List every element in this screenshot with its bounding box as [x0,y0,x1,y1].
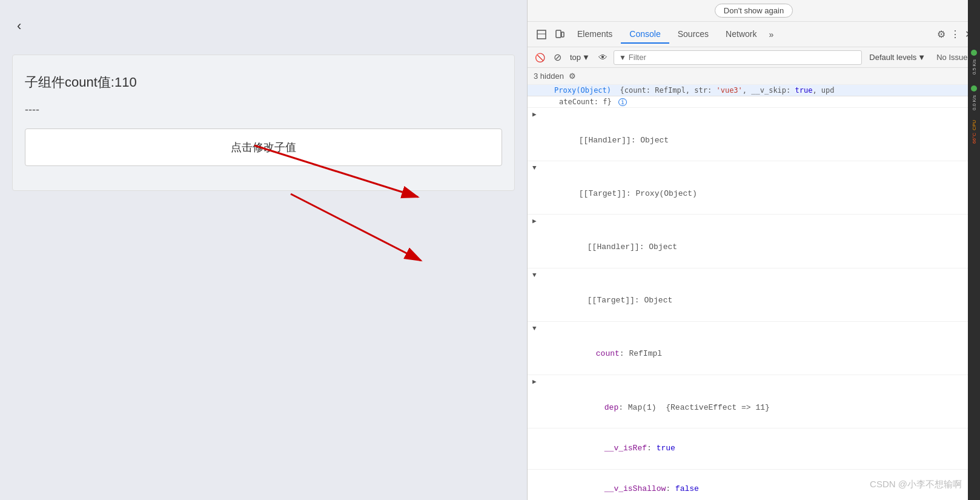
filter-input[interactable] [629,53,856,62]
top-label: top [570,53,581,62]
levels-dropdown-arrow: ▼ [918,53,925,62]
perf-indicator-green [971,50,977,56]
console-line: ▼ [[Target]]: Object [528,268,980,322]
expand-arrow[interactable]: ▼ [532,270,537,281]
tab-console[interactable]: Console [621,25,669,44]
tab-more[interactable]: » [765,27,777,42]
console-line-cont: ateCount: f} i [528,96,980,108]
clear-console-icon[interactable]: 🚫 [532,52,548,64]
console-line-top: Proxy(Object) {count: RefImpl, str: 'vue… [528,85,980,96]
expand-arrow[interactable]: ▶ [532,216,537,227]
dont-show-button[interactable]: Don't show again [715,4,793,18]
hidden-bar: 3 hidden ⚙ [528,68,980,85]
filter-icon: ▼ [619,53,626,62]
tab-network[interactable]: Network [717,25,765,44]
count-label: 子组件count值:110 [25,73,502,92]
perf-label-temp: 66°C [972,133,977,144]
perf-label-cpu: CPU [972,120,977,130]
console-toolbar: 🚫 ⊘ top ▼ 👁 ▼ Default levels ▼ No Issues [528,47,980,68]
hidden-count: 3 hidden [534,72,564,81]
default-levels-button[interactable]: Default levels ▼ [866,52,929,63]
back-button[interactable]: ‹ [17,18,21,34]
default-levels-label: Default levels [869,53,916,62]
console-output[interactable]: Proxy(Object) {count: RefImpl, str: 'vue… [528,85,980,500]
perf-label-net2: 0.0 K/s [972,95,977,110]
svg-line-3 [291,194,421,261]
tab-elements[interactable]: Elements [569,25,621,44]
console-line: ▼ count: RefImpl [528,322,980,375]
console-line: ▼ [[Target]]: Proxy(Object) [528,161,980,215]
filter-input-wrap: ▼ [614,50,862,65]
perf-panel: 0.5 K/s 0.0 K/s CPU 66°C [968,0,980,500]
hidden-settings-icon[interactable]: ⚙ [569,72,576,81]
notification-bar: Don't show again [528,0,980,22]
console-line: __v_isRef: true [528,428,980,469]
tab-sources[interactable]: Sources [669,25,717,44]
console-line: ▶ dep: Map(1) {ReactiveEffect => 11} [528,375,980,428]
inspect-element-icon[interactable] [532,27,551,42]
console-line: ▶ [[Handler]]: Object [528,108,980,161]
device-toolbar-icon[interactable] [551,27,569,42]
console-line: __v_isShallow: false [528,470,980,500]
modify-button[interactable]: 点击修改子值 [25,128,502,166]
dropdown-arrow: ▼ [582,53,590,62]
expand-arrow[interactable]: ▼ [532,324,537,335]
perf-indicator-green2 [971,85,977,92]
separator: ---- [25,104,502,116]
devtools-tabs: Elements Console Sources Network » ⚙ ⋮ ✕ [528,22,980,47]
expand-arrow[interactable]: ▶ [532,377,537,388]
console-line: ▶ [[Handler]]: Object [528,215,980,268]
svg-rect-6 [556,30,561,38]
console-filter-icon[interactable]: ⊘ [551,50,564,64]
more-options-icon[interactable]: ⋮ [948,26,962,42]
left-panel: ‹ 子组件count值:110 ---- 点击修改子值 [0,0,527,500]
devtools-panel: Don't show again Elements Console Source… [527,0,980,500]
info-icon[interactable]: i [618,98,627,106]
perf-label-net: 0.5 K/s [972,59,977,75]
expand-arrow[interactable]: ▶ [532,110,537,121]
eye-icon[interactable]: 👁 [596,51,610,64]
settings-icon[interactable]: ⚙ [935,26,948,42]
svg-rect-4 [537,30,546,39]
child-component-box: 子组件count值:110 ---- 点击修改子值 [12,55,515,191]
expand-arrow[interactable]: ▼ [532,163,537,174]
context-selector[interactable]: top ▼ [568,52,592,63]
svg-rect-7 [561,32,564,37]
